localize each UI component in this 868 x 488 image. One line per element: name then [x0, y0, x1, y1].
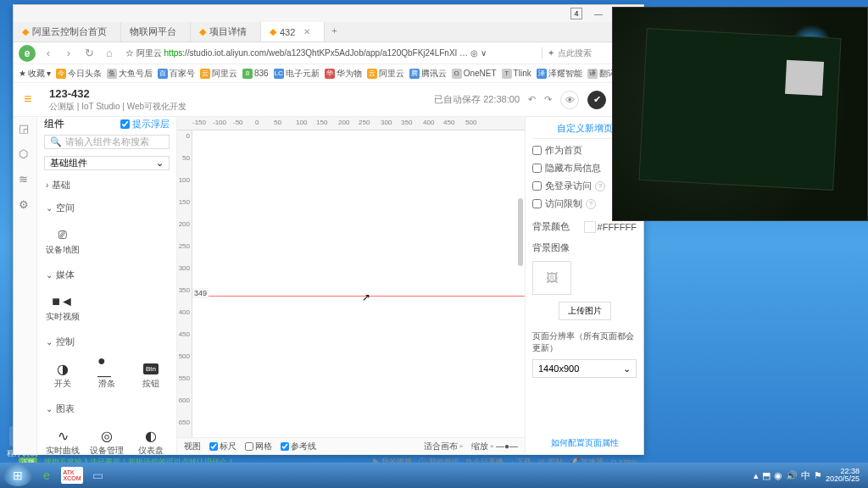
- preview-icon[interactable]: 👁: [560, 91, 579, 109]
- rail-settings-icon[interactable]: ⚙: [19, 198, 32, 212]
- bm-1[interactable]: 今今日头条: [56, 68, 102, 80]
- help-link[interactable]: 如何配置页面属性: [532, 437, 637, 449]
- bm-12[interactable]: 泽泽耀智能: [537, 68, 582, 80]
- group-control[interactable]: 控制: [37, 330, 176, 353]
- float-toggle[interactable]: 提示浮层: [120, 118, 170, 130]
- bm-fav[interactable]: ★收藏 ▾: [19, 68, 51, 80]
- bm-10[interactable]: OOneNET: [452, 69, 497, 79]
- group-space[interactable]: 空间: [37, 197, 176, 219]
- bgimg-label: 背景图像: [532, 241, 637, 254]
- canvas[interactable]: 349: [192, 130, 525, 437]
- group-chart[interactable]: 图表: [37, 397, 176, 420]
- tray-net-icon[interactable]: ⬒: [762, 470, 771, 481]
- redo-icon[interactable]: ↷: [544, 94, 552, 105]
- mgmt-icon: ◎: [97, 428, 116, 443]
- help-icon[interactable]: ?: [586, 199, 596, 209]
- start-button[interactable]: ⊞: [3, 464, 32, 486]
- help-icon[interactable]: ?: [595, 181, 605, 191]
- webcam-feed: [612, 7, 868, 221]
- zoom-control[interactable]: 缩放 ▫ —●—: [471, 441, 518, 452]
- comp-video[interactable]: ■◄实时视频: [42, 290, 83, 327]
- task-browser-icon[interactable]: e: [34, 465, 59, 485]
- tray-shield-icon[interactable]: ◉: [774, 470, 782, 481]
- comp-map[interactable]: ⎚设备地图: [42, 223, 83, 260]
- url-bar[interactable]: ☆ 阿里云 https://studio.iot.aliyun.com/web/…: [122, 46, 537, 61]
- tray-flag-icon[interactable]: ⚑: [814, 470, 822, 481]
- comp-dash[interactable]: ◐仪表盘: [131, 424, 171, 454]
- bm-8[interactable]: 云阿里云: [367, 68, 404, 80]
- window-count[interactable]: 4: [570, 8, 582, 19]
- bm-6[interactable]: LC电子元新: [274, 68, 320, 80]
- rail-layers-icon[interactable]: ≋: [19, 173, 32, 186]
- grid-toggle[interactable]: 网格: [245, 441, 272, 452]
- forward-icon[interactable]: ›: [61, 46, 76, 61]
- new-tab-button[interactable]: +: [325, 22, 343, 42]
- minimize-icon[interactable]: —: [591, 7, 606, 20]
- app-frame: ≡ 123-432 公测版 | IoT Studio | Web可视化开发 已自…: [14, 83, 643, 454]
- bm-11[interactable]: TTlink: [502, 69, 531, 79]
- tray-up-icon[interactable]: ▴: [754, 470, 759, 481]
- bm-5[interactable]: 8836: [242, 69, 269, 79]
- panel-title: 组件: [44, 117, 64, 131]
- bm-9[interactable]: 腾腾讯云: [409, 68, 447, 80]
- browser-window: 4 — ☐ ✕ ◆阿里云控制台首页 物联网平台 ◆项目详情 ◆432✕ + e …: [13, 4, 644, 455]
- switch-icon: ◑: [53, 361, 72, 376]
- left-rail: ◲ ⬡ ≋ ⚙: [14, 117, 37, 454]
- tab-close-icon[interactable]: ✕: [303, 27, 310, 36]
- bm-3[interactable]: 百百家号: [158, 68, 195, 80]
- resolution-select[interactable]: 1440x900⌄: [532, 359, 637, 378]
- scrollbar[interactable]: [518, 147, 525, 331]
- chevron-down-icon: ⌄: [156, 158, 164, 169]
- task-app-icon[interactable]: ▭: [85, 465, 110, 485]
- canvas-footer: 视图 标尺 网格 参考线 适合画布 ▫ 缩放 ▫ —●—: [177, 437, 525, 454]
- group-media[interactable]: 媒体: [37, 263, 176, 286]
- bgcolor-value[interactable]: #FFFFFF: [598, 222, 637, 232]
- tab-project[interactable]: ◆项目详情: [191, 22, 261, 42]
- page-title: 123-432: [49, 87, 434, 100]
- tray-ime-icon[interactable]: 中: [801, 469, 810, 482]
- guides-toggle[interactable]: 参考线: [281, 441, 316, 452]
- group-basic[interactable]: 基础: [37, 174, 176, 197]
- rail-user-icon[interactable]: ◲: [19, 122, 32, 136]
- bm-2[interactable]: 鱼大鱼号后: [107, 68, 153, 80]
- system-tray: ▴ ⬒ ◉ 🔊 中 ⚑ 22:38 2020/5/25: [754, 468, 865, 483]
- undo-icon[interactable]: ↶: [528, 94, 536, 105]
- search-box[interactable]: ✦点此搜索: [542, 47, 618, 59]
- bm-7[interactable]: 华华为物: [325, 68, 362, 80]
- gauge-icon: ◐: [142, 428, 160, 443]
- comp-button[interactable]: Btn按钮: [131, 357, 171, 394]
- button-icon: Btn: [143, 363, 159, 374]
- check-icon[interactable]: ✔: [587, 91, 606, 109]
- rail-cube-icon[interactable]: ⬡: [19, 147, 32, 161]
- tab-strip: ◆阿里云控制台首页 物联网平台 ◆项目详情 ◆432✕ +: [14, 22, 643, 42]
- back-icon[interactable]: ‹: [41, 46, 56, 61]
- canvas-area: -150-100-5005010015020025030035040045050…: [177, 117, 525, 454]
- clock[interactable]: 22:38 2020/5/25: [826, 468, 860, 483]
- tab-iot[interactable]: 物联网平台: [121, 22, 191, 42]
- task-atk-icon[interactable]: ATKXCOM: [61, 467, 83, 484]
- tray-vol-icon[interactable]: 🔊: [786, 470, 798, 481]
- component-category-select[interactable]: 基础组件⌄: [44, 156, 170, 170]
- component-search[interactable]: 🔍请输入组件名称搜索: [44, 135, 170, 149]
- upload-button[interactable]: 上传图片: [559, 302, 611, 320]
- map-icon: ⎚: [53, 227, 72, 242]
- ruler-toggle[interactable]: 标尺: [209, 441, 236, 452]
- window-titlebar: 4 — ☐ ✕: [14, 5, 643, 22]
- comp-mgmt[interactable]: ◎设备管理: [86, 424, 127, 454]
- bm-4[interactable]: 云阿里云: [200, 68, 237, 80]
- tab-console[interactable]: ◆阿里云控制台首页: [14, 22, 121, 42]
- linechart-icon: ∿: [53, 428, 72, 443]
- home-icon[interactable]: ⌂: [102, 46, 117, 61]
- comp-slider[interactable]: ●—滑条: [86, 357, 127, 394]
- bookmark-bar: ★收藏 ▾ 今今日头条 鱼大鱼号后 百百家号 云阿里云 8836 LC电子元新 …: [14, 64, 643, 83]
- image-placeholder[interactable]: 🖼: [532, 261, 571, 295]
- color-swatch[interactable]: [584, 221, 596, 233]
- guide-line[interactable]: [192, 296, 525, 297]
- fit-button[interactable]: 适合画布 ▫: [424, 441, 463, 452]
- video-icon: ■◄: [53, 294, 72, 309]
- tab-432[interactable]: ◆432✕: [261, 22, 325, 42]
- comp-switch[interactable]: ◑开关: [42, 357, 83, 394]
- comp-line[interactable]: ∿实时曲线: [42, 424, 83, 454]
- hamburger-icon[interactable]: ≡: [24, 92, 41, 108]
- reload-icon[interactable]: ↻: [81, 46, 97, 61]
